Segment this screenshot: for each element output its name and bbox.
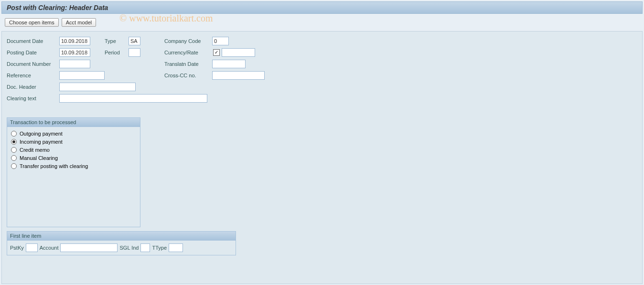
radio-icon [11, 147, 17, 153]
radio-label: Credit memo [20, 147, 50, 153]
radio-label: Manual Clearing [20, 155, 58, 161]
clearing-text-input[interactable] [59, 94, 207, 103]
translatn-date-input[interactable] [212, 60, 246, 68]
sgl-ind-label: SGL Ind [119, 245, 139, 251]
posting-date-input[interactable] [59, 48, 90, 57]
document-number-label: Document Number [7, 61, 59, 67]
radio-icon [11, 139, 17, 145]
currency-rate-label: Currency/Rate [164, 50, 212, 55]
reference-input[interactable] [59, 71, 105, 80]
document-number-input[interactable] [59, 60, 90, 68]
acct-model-button[interactable]: Acct model [62, 18, 96, 27]
radio-icon [11, 155, 17, 161]
page-title: Post with Clearing: Header Data [7, 4, 108, 11]
pstky-label: PstKy [10, 245, 24, 251]
first-line-item-group: First line item PstKy Account SGL Ind TT… [7, 231, 236, 255]
radio-label: Incoming payment [20, 139, 63, 145]
type-label: Type [105, 38, 129, 44]
currency-required-icon: ✓ [213, 49, 220, 56]
first-line-item-title: First line item [7, 232, 236, 241]
translatn-date-label: Translatn Date [164, 61, 212, 67]
ttype-input[interactable] [169, 243, 183, 252]
ttype-label: TType [152, 245, 167, 251]
radio-transfer-posting[interactable]: Transfer posting with clearing [11, 163, 136, 169]
type-input[interactable] [129, 37, 140, 45]
company-code-input[interactable] [212, 37, 229, 45]
radio-manual-clearing[interactable]: Manual Clearing [11, 155, 136, 161]
radio-label: Outgoing payment [20, 131, 63, 137]
watermark: © www.tutorialkart.com [119, 13, 213, 24]
main-area: Document Date Type Company Code Posting … [1, 31, 643, 284]
period-input[interactable] [129, 48, 140, 57]
radio-outgoing-payment[interactable]: Outgoing payment [11, 131, 136, 137]
transaction-group-title: Transaction to be processed [7, 118, 140, 127]
account-label: Account [40, 245, 59, 251]
reference-label: Reference [7, 73, 59, 78]
period-label: Period [105, 50, 129, 55]
radio-label: Transfer posting with clearing [20, 163, 88, 169]
posting-date-label: Posting Date [7, 50, 59, 55]
document-date-label: Document Date [7, 38, 59, 44]
cross-cc-no-input[interactable] [212, 71, 265, 80]
radio-credit-memo[interactable]: Credit memo [11, 147, 136, 153]
sgl-ind-input[interactable] [140, 243, 150, 252]
clearing-text-label: Clearing text [7, 95, 59, 101]
doc-header-input[interactable] [59, 83, 136, 91]
pstky-input[interactable] [26, 243, 38, 252]
choose-open-items-button[interactable]: Choose open items [5, 18, 59, 27]
radio-incoming-payment[interactable]: Incoming payment [11, 139, 136, 145]
transaction-group: Transaction to be processed Outgoing pay… [7, 117, 140, 227]
toolbar: Choose open items Acct model © www.tutor… [0, 15, 644, 30]
doc-header-label: Doc. Header [7, 84, 59, 90]
document-date-input[interactable] [59, 37, 90, 45]
transaction-options: Outgoing payment Incoming payment Credit… [7, 127, 140, 175]
radio-icon [11, 131, 17, 137]
account-input[interactable] [60, 243, 118, 252]
radio-icon [11, 163, 17, 169]
rate-input[interactable] [222, 48, 255, 57]
page-title-bar: Post with Clearing: Header Data [1, 1, 643, 14]
company-code-label: Company Code [164, 38, 212, 44]
cross-cc-no-label: Cross-CC no. [164, 73, 212, 78]
